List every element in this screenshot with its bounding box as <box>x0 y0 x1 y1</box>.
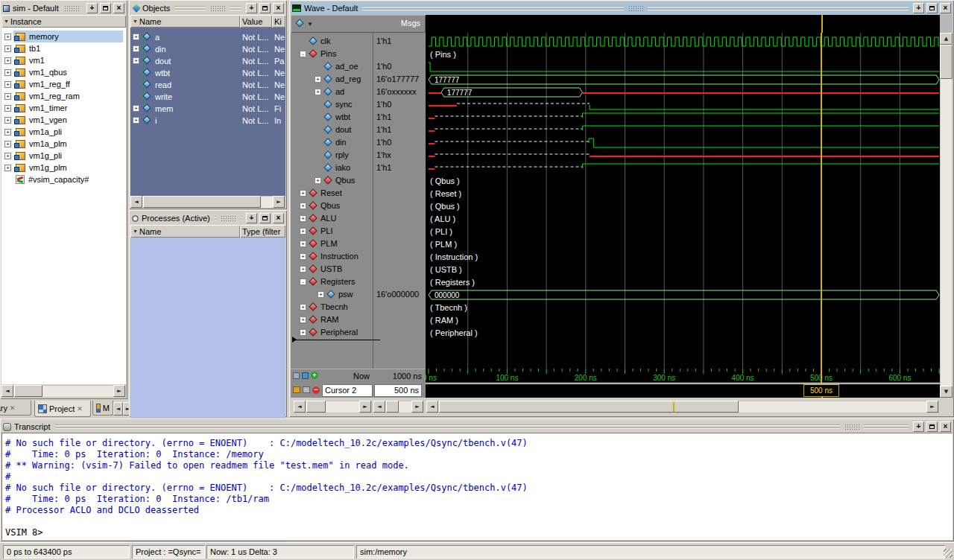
wave-tree-row-RAM[interactable]: +RAM <box>291 314 373 326</box>
wave-tree-row-Qbus[interactable]: +Qbus <box>291 200 373 212</box>
transcript-undock-button[interactable] <box>926 421 938 432</box>
expander-icon[interactable]: + <box>133 117 139 124</box>
wave-titlebar[interactable]: Wave - Default + × <box>291 1 953 15</box>
close-tab-icon[interactable]: ✕ <box>10 404 16 412</box>
delete-cursor-icon[interactable]: − <box>312 386 320 394</box>
expander-icon[interactable]: + <box>4 93 11 100</box>
object-row-read[interactable]: ►readNot L...Ne <box>130 79 284 91</box>
wave-tree-row-sync[interactable]: sync <box>291 98 373 111</box>
resize-grip[interactable] <box>944 549 953 558</box>
sim-dock-button[interactable]: + <box>86 3 98 13</box>
wave-tree-row-Pins[interactable]: -Pins <box>291 48 373 60</box>
timeline-ruler[interactable]: 0 ns100 ns200 ns300 ns400 ns500 ns600 ns <box>426 369 940 384</box>
wrench-icon[interactable] <box>303 386 310 393</box>
objects-column-value[interactable]: Value <box>240 15 272 28</box>
wave-tree-row-din[interactable]: din <box>291 136 373 149</box>
expander-icon[interactable]: + <box>300 215 306 222</box>
wave-tree-row-ad_oe[interactable]: ad_oe <box>291 60 373 73</box>
waveform-hscrollbar[interactable]: ◄► <box>426 401 939 413</box>
tab-scroll-left[interactable]: ◄ <box>113 402 123 416</box>
transcript-dock-button[interactable]: + <box>913 421 924 432</box>
signal-dropdown-icon[interactable] <box>295 19 303 27</box>
objects-undock-button[interactable] <box>259 3 271 13</box>
waveform-area[interactable]: ( Pins )177777177777( Qbus )( Reset )( Q… <box>426 33 940 369</box>
processes-column-type[interactable]: Type (filter <box>240 225 285 238</box>
instance-row-vm1-qbus[interactable]: +vm1_qbus <box>1 66 123 78</box>
instance-row-vm1g-pli[interactable]: +vm1g_pli <box>1 150 123 162</box>
object-row-write[interactable]: ►writeNot L...Ne <box>130 91 284 103</box>
expander-icon[interactable]: + <box>300 228 306 235</box>
wave-dock-button[interactable]: + <box>913 3 924 13</box>
expander-icon[interactable]: + <box>133 45 139 52</box>
wave-grip[interactable] <box>362 5 623 11</box>
window-icon[interactable] <box>302 372 309 379</box>
instance-row--vsim-capacity-[interactable]: #vsim_capacity# <box>1 174 123 185</box>
sim-undock-button[interactable] <box>100 3 111 13</box>
expander-icon[interactable]: + <box>315 76 321 83</box>
objects-column-kind[interactable]: Ki <box>272 15 285 28</box>
expander-icon[interactable]: + <box>300 316 306 323</box>
object-row-mem[interactable]: +memNot L...Fi <box>130 103 284 115</box>
filter-icon[interactable]: ▼ <box>4 19 9 24</box>
transcript-titlebar[interactable]: Transcript + × <box>1 420 953 433</box>
wave-tree-row-Registers[interactable]: -Registers <box>291 276 373 288</box>
sim-hscrollbar[interactable]: ◄ ► <box>1 385 126 398</box>
wave-tree-row-ad_reg[interactable]: +ad_reg <box>291 73 373 86</box>
transcript-grip-dots[interactable] <box>844 424 859 430</box>
chevron-down-icon[interactable]: ▼ <box>307 21 313 28</box>
expander-icon[interactable]: + <box>133 34 139 40</box>
cursor2-name[interactable]: Cursor 2 <box>322 384 373 397</box>
instance-row-tb1[interactable]: +tb1 <box>1 42 123 54</box>
wave-vscrollbar[interactable]: ▲ ▼ <box>940 33 953 398</box>
wave-tree-row-psw[interactable]: +psw <box>291 288 373 301</box>
wave-tree-row-Reset[interactable]: +Reset <box>291 187 373 200</box>
tree-hscrollbar[interactable]: ◄► <box>294 401 372 413</box>
filter-icon[interactable]: ▼ <box>133 19 138 24</box>
objects-grip-dots[interactable] <box>210 5 225 12</box>
expander-icon[interactable]: + <box>315 89 321 95</box>
processes-dock-button[interactable]: + <box>246 213 257 223</box>
instance-row-vm1[interactable]: +vm1 <box>1 54 123 66</box>
wave-tree-row-ad[interactable]: +ad <box>291 86 373 98</box>
expander-icon[interactable]: + <box>300 304 306 311</box>
transcript-close-button[interactable]: × <box>940 421 951 432</box>
expander-icon[interactable]: + <box>133 57 139 64</box>
processes-grip-dots[interactable] <box>221 215 236 222</box>
expander-icon[interactable]: + <box>300 329 306 336</box>
expander-icon[interactable]: + <box>4 129 11 136</box>
instance-row-vm1a-pli[interactable]: +vm1a_pli <box>1 126 123 138</box>
wave-undock-button[interactable] <box>926 3 938 13</box>
sim-titlebar[interactable]: sim - Default + × <box>1 1 126 15</box>
expander-icon[interactable]: + <box>300 203 306 209</box>
expander-icon[interactable]: + <box>318 291 324 298</box>
processes-column-name[interactable]: ▼ Name <box>130 225 240 238</box>
wave-tree-row-clk[interactable]: clk <box>291 35 373 48</box>
wave-grip-dots[interactable] <box>628 5 643 12</box>
msgs-column-header[interactable]: Msgs <box>373 19 420 28</box>
wave-tree-row-PLI[interactable]: +PLI <box>291 225 373 238</box>
expander-icon[interactable]: + <box>4 69 11 76</box>
expander-icon[interactable]: + <box>300 241 306 247</box>
processes-titlebar[interactable]: Processes (Active) + × <box>130 211 285 225</box>
transcript-prompt[interactable]: VSIM 8> <box>5 527 953 538</box>
sim-column-instance[interactable]: ▼ Instance <box>1 15 126 28</box>
lock-icon[interactable] <box>293 386 300 393</box>
expander-icon[interactable]: + <box>4 117 11 124</box>
cursor2-value[interactable]: 500 ns <box>374 384 422 397</box>
instance-row-vm1-reg-ff[interactable]: +vm1_reg_ff <box>1 78 123 90</box>
expander-icon[interactable]: + <box>4 34 11 40</box>
expander-icon[interactable]: + <box>4 141 11 147</box>
wave-tree-row-iako[interactable]: iako <box>291 162 373 174</box>
expander-icon[interactable]: + <box>300 190 306 197</box>
expander-icon[interactable]: - <box>300 51 306 57</box>
filter-icon[interactable]: ▼ <box>133 229 138 234</box>
instance-row-vm1-timer[interactable]: +vm1_timer <box>1 102 123 114</box>
close-tab-icon[interactable]: ✕ <box>77 405 83 413</box>
instance-row-vm1g-plm[interactable]: +vm1g_plm <box>1 162 123 174</box>
object-row-a[interactable]: +►aNot L...Ne <box>130 31 284 43</box>
wave-tree-row-USTB[interactable]: +USTB <box>291 263 373 276</box>
values-hscrollbar[interactable]: ◄► <box>373 401 424 413</box>
cursor-flag[interactable]: 500 ns <box>803 384 839 397</box>
object-row-din[interactable]: +►dinNot L...Ne <box>130 43 284 55</box>
tab-library[interactable]: rary✕ <box>0 401 31 416</box>
